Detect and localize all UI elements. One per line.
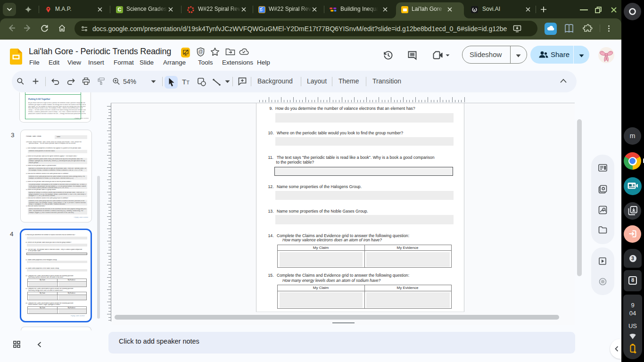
svg-text:@: @ — [198, 49, 203, 54]
